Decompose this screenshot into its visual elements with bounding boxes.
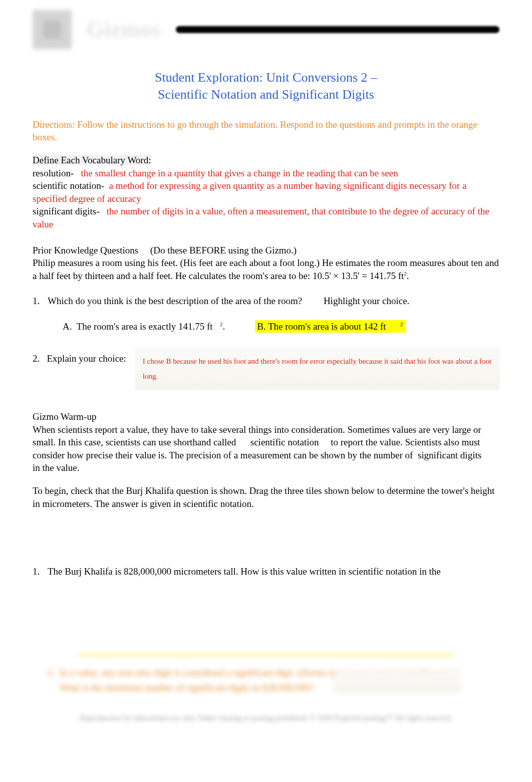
q1-choice-b[interactable]: B. The room's area is about 142 ft 2: [255, 320, 405, 333]
q1-choice-a-end: .: [222, 321, 225, 332]
blurred-line2: What is the minimum number of significan…: [59, 682, 314, 693]
directions-text: Directions: Follow the instructions to g…: [33, 118, 499, 144]
svg-rect-0: [43, 21, 61, 39]
q2-number: 2.: [33, 353, 40, 364]
warmup-heading: Gizmo Warm-up: [33, 410, 499, 423]
q1-number: 1.: [33, 295, 48, 308]
warmup-p1c: in the value.: [33, 462, 79, 473]
q1-choice-b-sup: 2: [400, 321, 403, 327]
prior-body-end: .: [407, 271, 409, 281]
q2-label: Explain your choice:: [47, 353, 126, 364]
blurred-q2-num: 2.: [48, 667, 55, 678]
q2-answer-box[interactable]: I chose B because he used his foot and t…: [135, 348, 499, 390]
blurred-question-2: 2. In a value, any non-zero digit is con…: [33, 665, 499, 696]
blurred-highlight-bar: [78, 653, 454, 656]
vocab-term-scinot: scientific notation-: [33, 180, 104, 191]
vocab-heading: Define Each Vocabulary Word:: [33, 155, 151, 165]
blurred-content: 2. In a value, any non-zero digit is con…: [33, 653, 499, 723]
logo-icon: [33, 10, 72, 49]
question-2: 2. Explain your choice: I chose B becaus…: [33, 348, 499, 390]
vocab-term-resolution: resolution-: [33, 168, 74, 178]
q1-choice-a-letter: A.: [63, 321, 72, 332]
q1-text-b: your choice.: [360, 296, 410, 306]
footer-copyright: Reproduction for educational use only. P…: [33, 713, 499, 723]
vocab-def-resolution: the smallest change in a quantity that g…: [81, 168, 398, 178]
q1-choices: A. The room's area is exactly 141.75 ft …: [33, 320, 499, 333]
vocab-def-sigdig: the number of digits in a value, often a…: [33, 206, 489, 229]
title-line-1: Student Exploration: Unit Conversions 2 …: [155, 70, 377, 85]
q1-choice-a-text: The room's area is exactly 141.75 ft: [77, 321, 213, 332]
prior-knowledge-section: Prior Knowledge Questions (Do these BEFO…: [33, 244, 499, 283]
warmup-p2: To begin, check that the Burj Khalifa qu…: [33, 484, 499, 510]
brand-name: Gizmos: [87, 15, 161, 44]
question-1: 1.Which do you think is the best descrip…: [33, 295, 499, 308]
blurred-answer-box[interactable]: [334, 670, 459, 692]
prior-note: (Do these BEFORE using the Gizmo.): [150, 245, 297, 255]
header: Gizmos: [33, 0, 499, 64]
warmup-q1-number: 1.: [33, 565, 48, 578]
redacted-bar: [176, 26, 499, 33]
q1-choice-b-text: B. The room's area is about 142 ft: [257, 321, 386, 332]
gizmo-warmup-section: Gizmo Warm-up When scientists report a v…: [33, 410, 499, 510]
warmup-term-scinot: scientific notation: [250, 437, 319, 447]
page-title: Student Exploration: Unit Conversions 2 …: [33, 69, 499, 103]
prior-body: Philip measures a room using his feet. (…: [33, 257, 499, 281]
q1-choice-a[interactable]: A. The room's area is exactly 141.75 ft …: [63, 320, 225, 333]
warmup-term-sigdig: significant digits: [418, 450, 481, 460]
q1-highlight-word: Highlight: [324, 296, 360, 306]
vocab-section: Define Each Vocabulary Word: resolution-…: [33, 154, 499, 231]
title-line-2: Scientific Notation and Significant Digi…: [158, 87, 374, 102]
warmup-question-1: 1.The Burj Khalifa is 828,000,000 microm…: [33, 565, 499, 578]
prior-heading: Prior Knowledge Questions: [33, 245, 141, 255]
q1-text-a: Which do you think is the best descripti…: [48, 296, 305, 306]
warmup-q1-text: The Burj Khalifa is 828,000,000 micromet…: [48, 566, 441, 577]
vocab-term-sigdig: significant digits-: [33, 206, 100, 216]
